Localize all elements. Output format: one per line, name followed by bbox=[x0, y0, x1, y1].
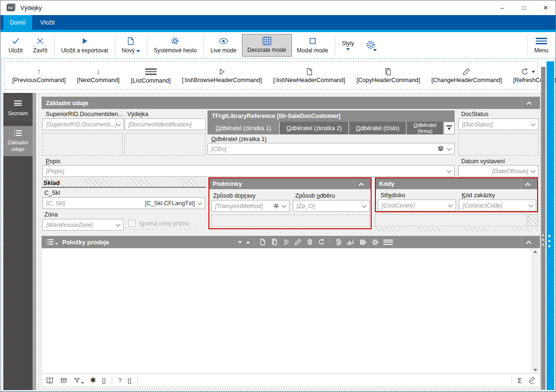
library-reference-tabs: Odběratel (zkratka 1) Odběratel (zkratka… bbox=[207, 122, 455, 134]
book-icon-button[interactable] bbox=[46, 376, 54, 384]
styles-button[interactable]: Styly bbox=[337, 34, 359, 57]
browse-item-button[interactable] bbox=[282, 238, 290, 246]
copy-item-button[interactable] bbox=[271, 238, 278, 246]
collapse-section-button[interactable] bbox=[522, 97, 536, 109]
right-panel-bar[interactable] bbox=[547, 61, 554, 390]
chevron-up-icon bbox=[526, 241, 531, 246]
decorate-mode-button[interactable]: Decorate mode bbox=[242, 34, 292, 57]
sidebar-splitter[interactable] bbox=[33, 93, 36, 390]
docstatus-combo[interactable]: [DocStatus] bbox=[458, 118, 539, 130]
tab-odberatel-zkratka-2[interactable]: Odběratel (zkratka 2) bbox=[280, 122, 348, 134]
layers-icon bbox=[437, 145, 444, 152]
sidebar-item-zakladni-udaje[interactable]: Základní údaje bbox=[3, 126, 33, 156]
sidebar-item-seznam[interactable]: Seznam bbox=[3, 95, 33, 121]
save-export-button[interactable]: Uložit a exportovat bbox=[56, 34, 113, 57]
right-splitter-bar[interactable] bbox=[541, 67, 546, 390]
edit-pencil-button[interactable] bbox=[528, 376, 536, 384]
close-document-button[interactable]: Zavřít bbox=[28, 34, 53, 57]
toolbar-separator bbox=[335, 35, 335, 56]
delete-item-button[interactable] bbox=[306, 238, 314, 246]
tab-odberatel-zkratka-1[interactable]: Odběratel (zkratka 1) bbox=[207, 122, 279, 134]
save-button[interactable]: Uložit bbox=[3, 34, 28, 57]
dropdown-arrow-icon bbox=[55, 243, 58, 245]
refresh-items-button[interactable] bbox=[318, 238, 325, 246]
live-mode-button[interactable]: Live mode bbox=[205, 34, 241, 57]
tab-odberatel-cislo[interactable]: Odběratel (číslo) bbox=[349, 122, 407, 134]
move-up-button[interactable] bbox=[246, 241, 250, 243]
checkbox[interactable] bbox=[128, 220, 135, 227]
kod-zakazky-label: Kód zakázky bbox=[462, 192, 495, 199]
zona-combo[interactable]: [WarehouseZone] bbox=[42, 219, 124, 231]
new-item-button[interactable] bbox=[259, 238, 266, 246]
drag-handle-dots bbox=[542, 234, 544, 245]
menu-icon bbox=[536, 36, 547, 46]
chevron-down-icon bbox=[116, 121, 121, 126]
minimize-button[interactable]: – bbox=[491, 0, 513, 15]
cost-centre-combo[interactable]: [CostCentre] bbox=[378, 200, 456, 211]
change-header-command-button[interactable]: [ChangeHeaderCommand] bbox=[426, 63, 507, 88]
question-icon[interactable]: ? bbox=[118, 377, 122, 384]
section-header-polozky-prodeje[interactable]: Položky prodeje bbox=[41, 236, 540, 248]
tab-vlozit[interactable]: Vložit bbox=[33, 15, 61, 30]
chart-button[interactable] bbox=[347, 238, 355, 246]
cdo-combo[interactable]: [CDo] bbox=[207, 143, 455, 155]
scroll-up-icon[interactable] bbox=[533, 250, 537, 253]
up-arrow-icon: ↑ bbox=[37, 67, 41, 76]
odber-method-combo[interactable]: [Zp_O] bbox=[293, 200, 370, 212]
modal-mode-button[interactable]: Modal mode bbox=[292, 34, 333, 57]
archive-box-button[interactable] bbox=[60, 376, 67, 384]
section-header-zakladni-udaje[interactable]: Základní údaje bbox=[41, 97, 540, 109]
copy-header-command-button[interactable]: [CopyHeaderCommand] bbox=[351, 63, 426, 88]
settings-gear-button[interactable] bbox=[359, 34, 382, 57]
vertical-scrollbar[interactable] bbox=[531, 249, 539, 373]
system-password-button[interactable]: Systémové heslo bbox=[149, 34, 202, 57]
refresh-icon bbox=[521, 67, 529, 76]
ribbon-menu-button[interactable]: Menu bbox=[529, 34, 554, 57]
maximize-button[interactable]: □ bbox=[513, 0, 535, 15]
vydejka-input[interactable]: [DocumentIdentification] bbox=[124, 118, 206, 130]
print-button[interactable] bbox=[334, 238, 342, 246]
filter-button[interactable] bbox=[74, 377, 84, 384]
browse-header-command-button[interactable]: [:list\BrowseHeaderCommand] bbox=[176, 63, 268, 88]
close-button[interactable]: ✕ bbox=[535, 0, 556, 15]
items-menu-button[interactable] bbox=[383, 238, 393, 246]
brackets-icon[interactable]: [] bbox=[102, 377, 106, 384]
stredisko-label: Středisko bbox=[381, 192, 405, 199]
more-tabs-button[interactable]: ▼ bbox=[444, 122, 455, 134]
columns-button[interactable] bbox=[359, 238, 367, 246]
items-grid-area[interactable] bbox=[41, 248, 540, 374]
popis-combo[interactable]: [Popis] bbox=[42, 165, 455, 177]
collapse-group-button[interactable] bbox=[354, 178, 367, 189]
previous-command-button[interactable]: ↑ [PreviousCommand] bbox=[7, 63, 71, 88]
c-skl-combo[interactable]: [C_Skl] [C_Skl.CFLangTxt] bbox=[42, 197, 205, 209]
list-icon bbox=[145, 67, 157, 76]
new-header-command-button[interactable]: [:list\NewHeaderCommand] bbox=[267, 63, 351, 88]
superior-rid-combo[interactable]: [SuperiorRID.Documenti...] bbox=[42, 118, 124, 130]
docstatus-label: DocStatus bbox=[461, 111, 489, 117]
chevron-down-icon bbox=[531, 121, 536, 126]
new-button[interactable]: Nový bbox=[116, 34, 145, 57]
next-command-button[interactable]: ↓ [NextCommand] bbox=[71, 63, 125, 88]
scroll-down-icon[interactable] bbox=[533, 369, 537, 371]
move-down-button[interactable] bbox=[238, 241, 242, 243]
contract-code-combo[interactable]: [ContractCode] bbox=[459, 200, 536, 211]
items-settings-button[interactable] bbox=[371, 238, 379, 246]
ignore-prices-checkbox-row[interactable]: Ignoruj ceny příjmu bbox=[128, 220, 189, 227]
edit-item-button[interactable] bbox=[294, 238, 302, 246]
group-kody: Kódy Středisko [CostCentre] Kód zakázky … bbox=[375, 177, 538, 212]
brackets-icon[interactable]: [] bbox=[128, 377, 131, 384]
tab-odberatel-firma[interactable]: Odběratel (firma) bbox=[407, 122, 443, 134]
window-controls: – □ ✕ bbox=[491, 0, 556, 15]
detail-list-icon bbox=[13, 130, 23, 136]
empty-grid-cell bbox=[42, 133, 123, 156]
tab-domu[interactable]: Domů bbox=[3, 15, 32, 30]
asterisk-icon[interactable]: ✱ bbox=[90, 376, 96, 384]
collapse-group-button[interactable] bbox=[521, 178, 534, 189]
collapse-items-button[interactable] bbox=[522, 236, 536, 248]
chevron-up-icon bbox=[526, 101, 531, 107]
sum-sigma-button[interactable]: Σ bbox=[518, 376, 522, 384]
transport-method-combo[interactable]: [TransportMethod] bbox=[211, 200, 290, 212]
date-of-issue-combo[interactable]: [DateOfIssue] bbox=[458, 165, 539, 177]
left-sidebar: Seznam Základní údaje bbox=[3, 93, 33, 390]
list-command-button[interactable]: [ListCommand] bbox=[125, 63, 176, 88]
